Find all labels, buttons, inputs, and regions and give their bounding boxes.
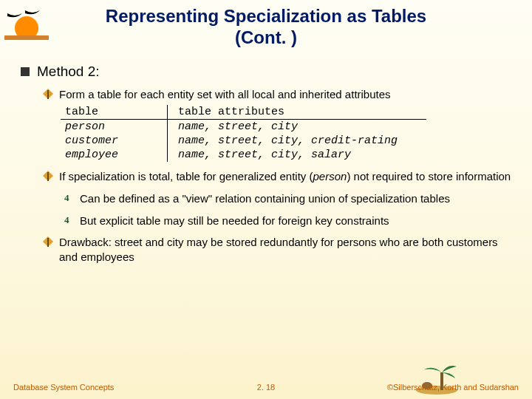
- schema-row: customer name, street, city, credit-rati…: [61, 134, 511, 148]
- schema-header-row: table table attributes: [61, 105, 511, 120]
- schema-row: employee name, street, city, salary: [61, 148, 511, 162]
- method-heading: Method 2:: [21, 64, 511, 80]
- slide-footer: Database System Concepts 2. 18 ©Silbersc…: [0, 383, 532, 392]
- slide-title: Representing Specialization as Tables (C…: [0, 0, 532, 49]
- schema-table: table table attributes person name, stre…: [61, 105, 511, 162]
- schema-header-attrs: table attributes: [168, 105, 426, 120]
- footer-page: 2. 18: [257, 383, 275, 392]
- svg-rect-6: [47, 238, 49, 247]
- svg-rect-3: [47, 172, 49, 181]
- footer-copyright: ©Silberschatz, Korth and Sudarshan: [387, 383, 519, 392]
- svg-rect-1: [4, 35, 49, 40]
- bullet-total-spec: If specialization is total, table for ge…: [43, 169, 511, 184]
- footer-left: Database System Concepts: [13, 383, 114, 392]
- sign-icon: [43, 236, 53, 249]
- square-bullet-icon: [21, 67, 30, 76]
- schema-header-table: table: [61, 105, 168, 120]
- sunset-logo: [4, 6, 49, 43]
- schema-row: person name, street, city: [61, 120, 511, 134]
- bullet-form-table: Form a table for each entity set with al…: [43, 87, 511, 102]
- svg-rect-2: [47, 90, 49, 99]
- bullet-drawback: Drawback: street and city may be stored …: [43, 235, 511, 265]
- four-icon: 4: [64, 192, 74, 205]
- svg-text:4: 4: [64, 192, 69, 202]
- subbullet-fk: 4 But explicit table may still be needed…: [64, 214, 511, 228]
- four-icon: 4: [64, 214, 74, 227]
- sign-icon: [43, 89, 53, 101]
- svg-text:4: 4: [64, 214, 69, 225]
- subbullet-view: 4 Can be defined as a "view" relation co…: [64, 191, 511, 206]
- sign-icon: [43, 171, 53, 183]
- slide-body: Method 2: Form a table for each entity s…: [0, 49, 532, 265]
